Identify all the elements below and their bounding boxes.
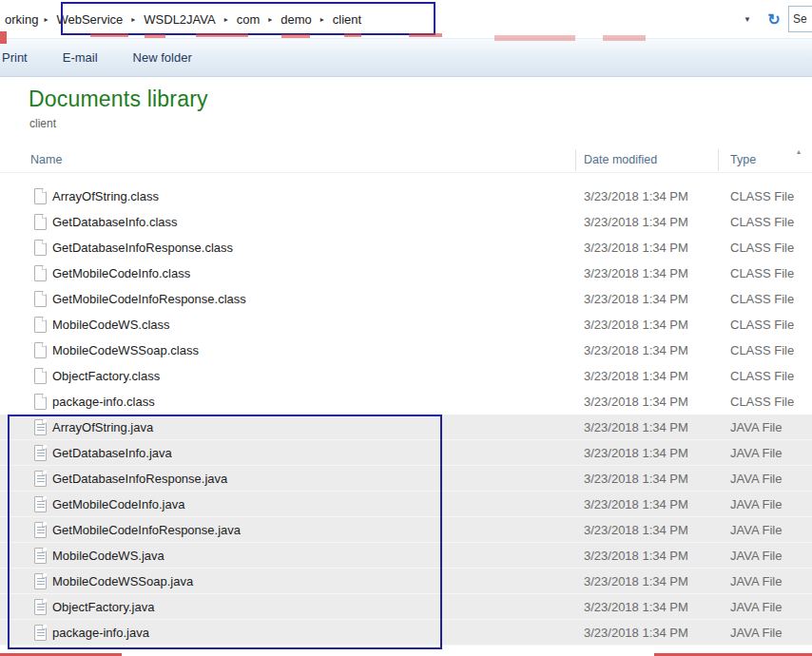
file-type: JAVA File [730,549,782,563]
file-type: CLASS File [730,266,794,280]
file-row[interactable]: MobileCodeWSSoap.class3/23/2018 1:34 PMC… [0,338,812,363]
file-type: JAVA File [730,420,782,434]
file-name: MobileCodeWSSoap.class [52,343,199,357]
address-dropdown-button[interactable]: ▼ [736,8,759,30]
file-name: GetMobileCodeInfo.java [52,497,184,511]
refresh-button[interactable]: ↻ [762,7,786,31]
file-row[interactable]: GetMobileCodeInfoResponse.java3/23/2018 … [0,517,812,543]
file-icon [34,419,47,435]
file-row[interactable]: GetDatabaseInfoResponse.java3/23/2018 1:… [0,466,812,492]
file-icon [34,394,47,410]
file-row[interactable]: GetDatabaseInfo.java3/23/2018 1:34 PMJAV… [0,440,812,466]
file-icon [34,445,47,461]
file-row[interactable]: package-info.class3/23/2018 1:34 PMCLASS… [0,389,812,415]
file-date-modified: 3/23/2018 1:34 PM [584,472,688,486]
page-subtitle: client [29,117,56,130]
file-date-modified: 3/23/2018 1:34 PM [584,600,688,614]
file-type: JAVA File [730,472,782,486]
file-date-modified: 3/23/2018 1:34 PM [584,189,688,203]
column-header-row: Name Date modified Type ▴ [0,147,812,173]
file-name: MobileCodeWS.java [52,549,164,563]
file-type: CLASS File [730,241,794,255]
column-header-name[interactable]: Name [30,153,62,166]
file-date-modified: 3/23/2018 1:34 PM [584,292,688,306]
file-type: CLASS File [730,318,794,332]
search-input[interactable]: Se [788,6,812,32]
file-name: ObjectFactory.class [52,369,160,383]
file-name: ObjectFactory.java [52,600,154,614]
file-date-modified: 3/23/2018 1:34 PM [584,626,688,640]
column-header-date-modified[interactable]: Date modified [584,153,657,166]
file-list: ArrayOfString.class3/23/2018 1:34 PMCLAS… [0,183,812,646]
breadcrumb: orking▸WebService▸WSDL2JAVA▸com▸demo▸cli… [0,0,366,38]
file-name: GetDatabaseInfoResponse.java [52,472,227,486]
file-name: GetMobileCodeInfoResponse.java [52,523,241,537]
file-type: CLASS File [730,215,794,229]
file-type: JAVA File [730,523,782,537]
search-input-value: Se [793,12,807,26]
breadcrumb-separator-icon: ▸ [264,15,276,24]
file-icon [34,342,47,358]
file-date-modified: 3/23/2018 1:34 PM [584,574,688,588]
file-date-modified: 3/23/2018 1:34 PM [584,343,688,357]
file-date-modified: 3/23/2018 1:34 PM [584,369,688,383]
file-date-modified: 3/23/2018 1:34 PM [584,523,688,537]
file-row[interactable]: GetMobileCodeInfoResponse.class3/23/2018… [0,286,812,312]
sort-ascending-icon: ▴ [797,147,801,156]
file-name: GetDatabaseInfo.java [52,446,172,460]
file-date-modified: 3/23/2018 1:34 PM [584,241,688,255]
file-icon [34,188,47,204]
file-icon [34,548,47,564]
file-row[interactable]: GetMobileCodeInfo.java3/23/2018 1:34 PMJ… [0,492,812,517]
file-type: CLASS File [730,343,794,357]
file-row[interactable]: ObjectFactory.java3/23/2018 1:34 PMJAVA … [0,594,812,620]
breadcrumb-item-webservice[interactable]: WebService [51,10,127,29]
file-date-modified: 3/23/2018 1:34 PM [584,215,688,229]
file-row[interactable]: GetDatabaseInfoResponse.class3/23/2018 1… [0,235,812,260]
column-divider[interactable] [575,149,576,171]
file-row[interactable]: package-info.java3/23/2018 1:34 PMJAVA F… [0,620,812,646]
file-row[interactable]: GetMobileCodeInfo.class3/23/2018 1:34 PM… [0,260,812,286]
file-row[interactable]: MobileCodeWSSoap.java3/23/2018 1:34 PMJA… [0,569,812,594]
address-bar: orking▸WebService▸WSDL2JAVA▸com▸demo▸cli… [0,0,812,38]
file-type: CLASS File [730,189,794,203]
file-date-modified: 3/23/2018 1:34 PM [584,395,688,409]
file-icon [34,368,47,384]
breadcrumb-item-client[interactable]: client [328,10,366,29]
toolbar-button-e-mail[interactable]: E-mail [63,50,98,65]
chevron-down-icon: ▼ [744,15,751,24]
file-icon [34,317,47,333]
breadcrumb-item-wsdl2java[interactable]: WSDL2JAVA [139,10,220,29]
toolbar-button-new-folder[interactable]: New folder [133,50,192,65]
breadcrumb-item-com[interactable]: com [232,10,265,29]
breadcrumb-item-demo[interactable]: demo [276,10,317,29]
file-row[interactable]: ArrayOfString.class3/23/2018 1:34 PMCLAS… [0,183,812,209]
file-row[interactable]: MobileCodeWS.class3/23/2018 1:34 PMCLASS… [0,312,812,338]
file-row[interactable]: ObjectFactory.class3/23/2018 1:34 PMCLAS… [0,363,812,389]
file-name: MobileCodeWS.class [52,318,170,332]
column-divider[interactable] [718,149,719,171]
file-row[interactable]: GetDatabaseInfo.class3/23/2018 1:34 PMCL… [0,209,812,235]
breadcrumb-separator-icon: ▸ [40,15,51,24]
page-title: Documents library [29,87,208,112]
breadcrumb-item-partial[interactable]: orking [3,12,40,27]
toolbar-button-print[interactable]: Print [2,50,28,65]
column-header-type[interactable]: Type [730,153,756,166]
breadcrumb-separator-icon: ▸ [127,15,139,24]
file-icon [34,240,47,256]
file-date-modified: 3/23/2018 1:34 PM [584,549,688,563]
file-icon [34,291,47,307]
file-icon [34,214,47,230]
file-icon [34,625,47,641]
file-date-modified: 3/23/2018 1:34 PM [584,266,688,280]
refresh-icon: ↻ [767,10,780,29]
file-date-modified: 3/23/2018 1:34 PM [584,446,688,460]
file-row[interactable]: ArrayOfString.java3/23/2018 1:34 PMJAVA … [0,415,812,440]
file-type: JAVA File [730,626,782,640]
file-name: MobileCodeWSSoap.java [52,574,193,588]
file-name: GetDatabaseInfo.class [52,215,178,229]
file-row[interactable]: MobileCodeWS.java3/23/2018 1:34 PMJAVA F… [0,543,812,569]
file-icon [34,496,47,512]
file-type: CLASS File [730,292,794,306]
file-name: GetMobileCodeInfo.class [52,266,190,280]
